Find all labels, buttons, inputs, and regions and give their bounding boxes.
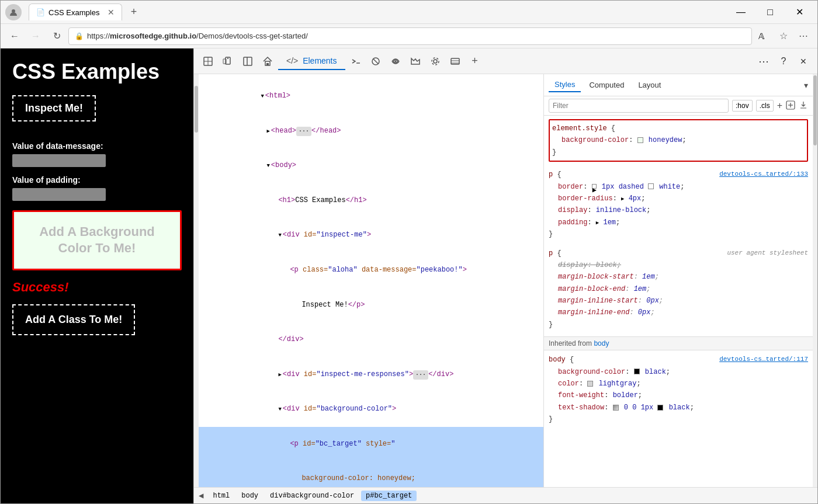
favorites-button[interactable]: ☆ [774,27,793,46]
devtools-close-button[interactable]: ✕ [794,52,813,71]
honeydew-swatch[interactable] [637,137,643,143]
triangle-inspect-me[interactable] [278,230,281,241]
navigation-bar: ← → ↻ 🔒 https://microsoftedge.github.io/… [1,24,817,48]
active-tab[interactable]: 📄 CSS Examples ✕ [29,4,122,20]
shadow-swatch[interactable] [613,405,619,411]
html-line-p-aloha[interactable]: <p class="aloha" data-message="peekaboo!… [199,253,543,288]
body-close: } [549,413,808,425]
p-padding-prop[interactable]: padding: ▶ 1em; [558,217,808,228]
html-scroll-thumb[interactable] [195,86,198,133]
body-bg-color-prop[interactable]: background-color: black; [558,366,808,378]
html-line-body[interactable]: <body> [199,148,543,183]
inspect-responses-ellipsis[interactable]: ··· [413,370,428,380]
element-style-bg-prop[interactable]: background-color: honeydew; [561,134,805,146]
more-tools-button[interactable]: ⋯ [754,52,773,71]
triangle-html[interactable] [261,91,264,102]
console-tool[interactable] [346,52,365,71]
url-bar[interactable]: 🔒 https://microsoftedge.github.io/Demos/… [68,27,752,45]
html-line-h1[interactable]: <h1>CSS Examples</h1> [199,183,543,218]
p-display-prop[interactable]: display: inline-block; [558,204,808,216]
elements-tab-label: Elements [303,56,337,65]
p-ua-header: p { user agent stylesheet [549,248,808,259]
inspect-element-tool[interactable] [199,52,217,71]
white-swatch[interactable] [648,183,654,189]
html-scroll-track[interactable] [194,74,199,487]
profile-icon[interactable] [5,4,22,20]
p-border-prop[interactable]: border: ▶ 1px dashed white; [558,181,808,193]
html-line-html[interactable]: <html> [199,79,543,114]
css-panel: Styles Computed Layout ▾ :hov .cls + [544,74,813,487]
html-line-inspect-me[interactable]: <div id="inspect-me"> [199,218,543,253]
performance-tool[interactable] [406,52,425,71]
home-tool[interactable] [258,52,277,71]
body-source-link[interactable]: devtools-cs…tarted/:117 [719,354,808,365]
triangle-body[interactable] [266,160,269,171]
body-block: body { devtools-cs…tarted/:117 backgroun… [549,354,808,425]
html-line-inspect-responses[interactable]: <div id="inspect-me-responses">···</div> [199,357,543,392]
user-agent-label: user agent stylesheet [727,248,808,259]
css-scroll-track[interactable] [813,74,817,487]
new-style-rule-button[interactable] [786,100,795,112]
hov-pseudo-button[interactable]: :hov [732,100,753,112]
network-tool[interactable] [386,52,405,71]
breadcrumb-html[interactable]: html [208,491,234,501]
computed-tab[interactable]: Computed [583,78,630,92]
padding-input[interactable] [12,188,106,201]
device-emulation-tool[interactable] [219,52,237,71]
webpage-title: CSS Examples [12,60,182,84]
triangle-head[interactable] [266,126,269,137]
layout-tab[interactable]: Layout [632,78,667,92]
minimize-button[interactable]: — [727,3,754,22]
add-tool[interactable]: + [466,52,484,71]
cls-pseudo-button[interactable]: .cls [756,100,774,112]
triangle-inspect-responses[interactable] [278,369,281,380]
html-line-bc-style[interactable]: background-color: honeydew; [199,461,543,487]
forward-button[interactable]: → [26,27,45,46]
help-button[interactable]: ? [774,52,793,71]
p-source-link[interactable]: devtools-cs…tarted/:133 [719,169,808,180]
elements-tab[interactable]: </> Elements [278,53,345,70]
tab-close-button[interactable]: ✕ [108,8,115,17]
html-line-head[interactable]: <head>···</head> [199,114,543,149]
css-scroll-thumb[interactable] [813,75,817,145]
breadcrumb-p-bc-target[interactable]: p#bc_target [361,491,417,501]
inspect-me-text: Inspect Me! [25,102,83,114]
body-text-shadow-prop[interactable]: text-shadow: 0 0 1px black; [558,402,808,413]
back-button[interactable]: ← [5,27,24,46]
triangle-bg-color[interactable] [278,404,281,415]
p-border-radius-prop[interactable]: border-radius: ▶ 4px; [558,193,808,204]
css-filter-input[interactable] [549,99,729,113]
body-color-prop[interactable]: color: lightgray; [558,378,808,390]
breadcrumb-left-arrow[interactable]: ◀ [199,491,203,500]
ua-margin-inline-start-prop: margin-inline-start: 0px; [558,295,808,307]
black-swatch[interactable] [634,369,640,374]
html-line-inspect-me-close[interactable]: </div> [199,322,543,357]
html-panel[interactable]: <html> <head>···</head> <body> <h1>CSS E… [199,74,544,487]
new-tab-button[interactable]: + [126,4,142,20]
export-styles-button[interactable] [799,100,808,112]
lightgray-swatch[interactable] [587,381,593,387]
data-message-input[interactable] [12,154,106,167]
body-font-weight-prop[interactable]: font-weight: bolder; [558,390,808,401]
html-line-inspect-me-text[interactable]: Inspect Me!</p> [199,287,543,322]
inherited-from-body-link[interactable]: body [594,339,609,347]
breadcrumb-div-background-color[interactable]: div#background-color [265,491,359,501]
security-lock-icon: 🔒 [75,32,84,40]
read-aloud-button[interactable]: 𝔸 [754,27,773,46]
html-line-bg-color[interactable]: <div id="background-color"> [199,392,543,427]
head-ellipsis[interactable]: ··· [296,127,311,136]
add-style-rule-button[interactable]: + [777,100,782,111]
sidebar-toggle-tool[interactable] [238,52,257,71]
layers-tool[interactable] [446,52,465,71]
refresh-button[interactable]: ↻ [47,27,66,46]
shadow-color-swatch[interactable] [657,405,663,411]
styles-tab[interactable]: Styles [549,78,581,92]
close-button[interactable]: ✕ [786,3,813,22]
p-selector: p [549,171,553,179]
breadcrumb-body[interactable]: body [237,491,263,501]
breakpoints-tool[interactable] [366,52,385,71]
maximize-button[interactable]: □ [757,3,784,22]
more-button[interactable]: ⋯ [794,27,813,46]
html-line-bc-target[interactable]: <p id="bc_target" style=" [199,427,543,462]
settings-tool[interactable] [426,52,445,71]
